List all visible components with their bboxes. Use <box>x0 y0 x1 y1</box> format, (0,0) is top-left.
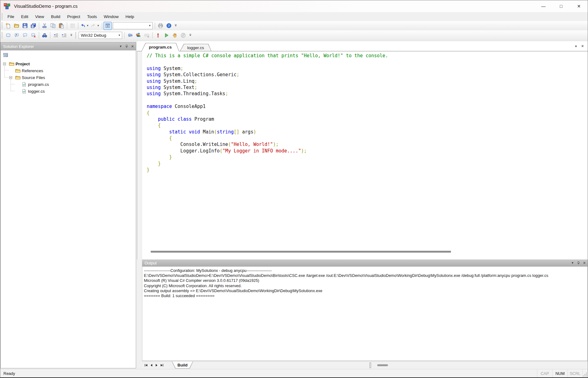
output-header[interactable]: Output ▼ ✕ <box>142 259 588 267</box>
menu-file[interactable]: File <box>4 12 18 21</box>
open-file-button[interactable] <box>12 22 21 30</box>
tab-logger-cs[interactable]: logger.cs <box>180 44 212 51</box>
document-list-dropdown-icon[interactable]: ▼ <box>575 45 577 48</box>
code-token: // This is a simple C# console applicati… <box>147 53 388 58</box>
tree-expander-icon[interactable] <box>3 63 6 65</box>
redo-button[interactable]: ▼ <box>90 22 101 30</box>
bookmark-prev-button[interactable] <box>12 31 21 40</box>
menu-build[interactable]: Build <box>48 12 64 21</box>
toolbar-grip[interactable] <box>2 32 2 39</box>
bookmark-clear-button[interactable] <box>29 31 38 40</box>
properties-window-button[interactable] <box>2 51 9 59</box>
save-all-icon <box>31 23 36 28</box>
auto-hide-pin-icon[interactable] <box>577 261 580 265</box>
menu-window[interactable]: Window <box>100 12 122 21</box>
toolbar-options-button[interactable] <box>69 31 73 40</box>
toolbar-options-button[interactable] <box>174 22 178 30</box>
tree-expander-icon[interactable] <box>9 76 12 79</box>
editor-hscroll-thumb[interactable] <box>151 251 451 253</box>
window-position-button[interactable]: ▼ <box>571 262 574 264</box>
run-button[interactable] <box>162 31 171 40</box>
cut-button[interactable] <box>40 22 49 30</box>
auto-hide-pin-icon[interactable] <box>125 45 128 48</box>
menubar-grip[interactable] <box>2 13 2 20</box>
configuration-combobox[interactable]: Win32 Debug▼ <box>79 32 122 39</box>
chevron-down-icon[interactable]: ▼ <box>96 24 100 27</box>
tree-item-project[interactable]: Project <box>1 60 136 67</box>
chevron-down-icon[interactable]: ▼ <box>86 24 90 27</box>
help-button[interactable]: ? <box>165 22 173 30</box>
toolbar-options-button[interactable] <box>188 31 192 40</box>
menu-edit[interactable]: Edit <box>18 12 32 21</box>
execute-button[interactable] <box>154 31 162 40</box>
print-button[interactable] <box>156 22 165 30</box>
copy-button[interactable] <box>49 22 57 30</box>
close-panel-button[interactable]: ✕ <box>131 45 134 48</box>
close-panel-button[interactable]: ✕ <box>583 261 586 265</box>
solution-explorer-header[interactable]: Solution Explorer ▼ ✕ <box>1 42 136 50</box>
toolbar-separator <box>152 32 153 39</box>
undo-icon <box>80 23 85 28</box>
tab-program-cs[interactable]: program.cs <box>141 43 179 51</box>
stop-button[interactable] <box>179 31 187 40</box>
break-button[interactable] <box>171 31 179 40</box>
build-button[interactable] <box>126 31 134 40</box>
toolbar-separator <box>155 22 155 29</box>
menu-tools[interactable]: Tools <box>84 12 100 21</box>
output-nav-prev-button[interactable] <box>149 362 154 368</box>
rebuild-button[interactable] <box>134 31 143 40</box>
close-document-button[interactable]: ✕ <box>581 44 584 48</box>
save-all-button[interactable] <box>29 22 38 30</box>
standard-toolbar-combobox[interactable]: ▼ <box>113 22 153 29</box>
find-button[interactable] <box>40 31 49 40</box>
panel-toggle-button[interactable] <box>103 22 112 30</box>
undo-button[interactable]: ▼ <box>80 22 90 30</box>
window-button[interactable] <box>68 22 77 30</box>
code-line: { <box>147 110 588 116</box>
code-token <box>147 154 169 160</box>
output-nav-next-button[interactable] <box>154 362 159 368</box>
document-area: program.cslogger.cs ▼ ✕ // This is a sim… <box>137 41 588 369</box>
bookmark-next-button[interactable] <box>21 31 29 40</box>
code-line: using System.Linq; <box>147 78 588 84</box>
menu-view[interactable]: View <box>32 12 48 21</box>
save-button[interactable] <box>21 22 29 30</box>
code-editor[interactable]: // This is a simple C# console applicati… <box>137 51 588 259</box>
tab-label: logger.cs <box>187 45 204 50</box>
chevron-down-icon[interactable]: ▼ <box>117 34 122 37</box>
toolbar-grip[interactable] <box>2 22 2 29</box>
tree-item-program-cs[interactable]: c#program.cs <box>1 81 136 88</box>
stop-build-button[interactable] <box>143 31 151 40</box>
chevron-down-icon[interactable]: ▼ <box>147 24 152 27</box>
close-button[interactable]: ✕ <box>570 0 588 12</box>
code-content[interactable]: // This is a simple C# console applicati… <box>137 51 588 259</box>
bookmark-toggle-button[interactable] <box>4 31 12 40</box>
tree-item-logger-cs[interactable]: c#logger.cs <box>1 88 136 95</box>
tree-item-source-files[interactable]: Source Files <box>1 74 136 81</box>
outdent-button[interactable] <box>52 31 60 40</box>
run-icon <box>164 33 169 38</box>
maximize-button[interactable]: □ <box>552 0 570 12</box>
folder-icon <box>15 75 21 80</box>
app-icon[interactable] <box>3 2 11 10</box>
output-nav-first-button[interactable] <box>143 362 149 368</box>
tree-item-references[interactable]: References <box>1 67 136 74</box>
output-tab-build[interactable]: Build <box>172 362 193 369</box>
panel-title: Solution Explorer <box>3 44 34 49</box>
paste-button[interactable] <box>57 22 66 30</box>
menu-help[interactable]: Help <box>122 12 138 21</box>
output-hscroll-thumb[interactable] <box>377 364 388 366</box>
output-log[interactable]: --------------------Configuration: MySol… <box>142 267 588 361</box>
cs-file-icon: c# <box>21 82 27 87</box>
tab-strip-splitter[interactable] <box>370 362 371 368</box>
output-nav-last-button[interactable] <box>159 362 164 368</box>
menu-project[interactable]: Project <box>64 12 84 21</box>
toolbar-grip[interactable] <box>75 32 76 39</box>
minimize-button[interactable]: — <box>535 0 552 12</box>
window-position-button[interactable]: ▼ <box>119 45 122 48</box>
status-indicator-scrl: SCRL <box>567 369 583 377</box>
resize-grip[interactable] <box>583 373 587 377</box>
new-file-button[interactable] <box>4 22 12 30</box>
break-icon <box>172 33 177 38</box>
indent-button[interactable] <box>60 31 68 40</box>
